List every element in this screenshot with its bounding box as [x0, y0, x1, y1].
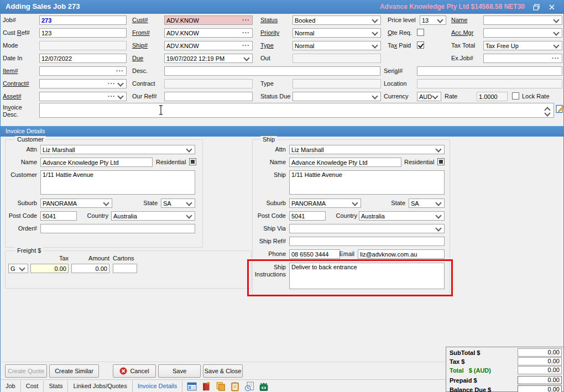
- due-combo[interactable]: 19/07/2022 12:19 PM: [164, 54, 253, 63]
- ship-name-field[interactable]: Advance Knowledge Pty Ltd: [289, 158, 401, 167]
- item-field[interactable]: ···: [39, 66, 127, 76]
- copy-icon[interactable]: [216, 381, 226, 391]
- close-window-icon[interactable]: [548, 3, 556, 11]
- chevron-down-icon[interactable]: [372, 29, 378, 35]
- priority-combo[interactable]: Normal: [293, 28, 381, 38]
- status-combo[interactable]: Booked: [293, 15, 381, 25]
- ship-email-field[interactable]: liz@advknow.com.au: [358, 249, 445, 259]
- ship-via-combo[interactable]: [289, 224, 445, 233]
- clipboard-icon[interactable]: [230, 381, 240, 391]
- ship-acct-field[interactable]: ADV.KNOW···: [164, 41, 253, 50]
- tab-invoice-details[interactable]: Invoice Details: [133, 380, 183, 392]
- chevron-down-icon[interactable]: [435, 146, 441, 152]
- chevron-down-icon[interactable]: [553, 42, 559, 48]
- ship-attn-combo[interactable]: Liz Marshall: [289, 145, 445, 154]
- ship-address-textarea[interactable]: 1/11 Hattie Avenue: [289, 170, 445, 195]
- serial-field[interactable]: [417, 66, 562, 76]
- gift-icon[interactable]: [259, 381, 269, 391]
- ship-instructions-textarea[interactable]: Deliver to back entrance: [289, 263, 445, 289]
- our-ref-field[interactable]: [164, 92, 253, 101]
- asset-combo[interactable]: ···: [39, 92, 127, 101]
- chevron-down-icon[interactable]: [243, 55, 249, 61]
- save-close-button[interactable]: Save & Close: [203, 364, 243, 378]
- customer-post-code-field[interactable]: 5041: [40, 211, 77, 221]
- chevron-down-icon[interactable]: [435, 225, 441, 231]
- ship-country-combo[interactable]: Australia: [359, 211, 445, 221]
- history-icon[interactable]: [244, 381, 254, 391]
- ellipsis-button[interactable]: ···: [242, 29, 250, 37]
- chevron-down-icon[interactable]: [432, 93, 438, 99]
- chevron-down-icon[interactable]: [117, 80, 123, 86]
- ellipsis-button[interactable]: ···: [242, 16, 250, 24]
- chevron-down-icon[interactable]: [186, 200, 192, 206]
- chevron-down-icon[interactable]: [435, 212, 441, 218]
- chevron-down-icon[interactable]: [553, 17, 559, 23]
- ellipsis-button[interactable]: ···: [116, 67, 124, 75]
- job-field[interactable]: 273: [39, 15, 127, 25]
- freight-cartons-field[interactable]: [113, 264, 137, 273]
- cust-field[interactable]: ADV.KNOW···: [164, 15, 253, 25]
- price-level-combo[interactable]: 13: [420, 15, 446, 25]
- desc-field[interactable]: [164, 66, 380, 76]
- customer-order-field[interactable]: [40, 224, 195, 233]
- ellipsis-button[interactable]: ···: [242, 41, 250, 50]
- freight-tax-field[interactable]: 0.00: [30, 264, 69, 273]
- ship-post-code-field[interactable]: 5041: [289, 211, 326, 221]
- customer-residential-checkbox[interactable]: [189, 158, 196, 165]
- tab-stats[interactable]: Stats: [44, 380, 68, 392]
- qte-req-checkbox[interactable]: [417, 29, 424, 36]
- prepaid-field[interactable]: 0.00: [518, 376, 562, 384]
- ship-state-combo[interactable]: SA: [409, 198, 445, 208]
- balance-due-field[interactable]: 0.00: [518, 385, 562, 392]
- tax-paid-checkbox[interactable]: [417, 41, 424, 49]
- customer-state-combo[interactable]: SA: [161, 198, 195, 208]
- chevron-down-icon[interactable]: [117, 93, 123, 99]
- chevron-down-icon[interactable]: [352, 200, 358, 206]
- form-icon[interactable]: [187, 381, 197, 391]
- ellipsis-button[interactable]: ···: [108, 92, 116, 101]
- freight-amount-field[interactable]: 0.00: [71, 264, 109, 273]
- chevron-down-icon[interactable]: [372, 17, 378, 23]
- tab-job[interactable]: Job: [1, 380, 21, 392]
- ellipsis-button[interactable]: ···: [108, 80, 116, 88]
- cancel-button[interactable]: Cancel: [113, 364, 156, 378]
- tax-total-combo[interactable]: Tax Free Up: [483, 41, 562, 50]
- freight-code-combo[interactable]: G: [8, 264, 28, 273]
- tab-cost[interactable]: Cost: [21, 380, 44, 392]
- name-combo[interactable]: [483, 15, 562, 25]
- invoice-desc-field[interactable]: [39, 103, 554, 118]
- contacts-icon[interactable]: [201, 381, 211, 391]
- ship-ref-field[interactable]: [289, 237, 445, 246]
- customer-country-combo[interactable]: Australia: [111, 211, 195, 221]
- chevron-down-icon[interactable]: [186, 146, 192, 152]
- currency-combo[interactable]: AUD: [417, 92, 441, 101]
- chevron-down-icon[interactable]: [437, 17, 443, 23]
- customer-attn-combo[interactable]: Liz Marshall: [40, 145, 195, 154]
- edit-note-icon[interactable]: [555, 104, 564, 114]
- type-combo[interactable]: Normal: [293, 41, 381, 50]
- chevron-down-icon[interactable]: [186, 212, 192, 218]
- ellipsis-button[interactable]: ···: [552, 54, 560, 62]
- customer-name-field[interactable]: Advance Knowledge Pty Ltd: [40, 158, 153, 167]
- cust-ref-field[interactable]: 123: [39, 28, 127, 38]
- chevron-down-icon[interactable]: [435, 200, 441, 206]
- contract-no-combo[interactable]: ···: [39, 79, 127, 88]
- ship-phone-field[interactable]: 08 6550 3444: [289, 249, 340, 259]
- lock-rate-checkbox[interactable]: [512, 92, 519, 100]
- from-field[interactable]: ADV.KNOW···: [164, 28, 253, 38]
- chevron-down-icon[interactable]: [372, 42, 378, 48]
- ex-job-field[interactable]: ···: [483, 54, 562, 63]
- ship-suburb-combo[interactable]: PANORAMA: [289, 198, 361, 208]
- chevron-down-icon[interactable]: [553, 29, 559, 35]
- chevron-down-icon[interactable]: [19, 265, 25, 271]
- status-due-combo[interactable]: [293, 92, 381, 101]
- customer-suburb-combo[interactable]: PANORAMA: [40, 198, 112, 208]
- chevron-down-icon[interactable]: [103, 200, 109, 206]
- customer-address-textarea[interactable]: 1/11 Hattie Avenue: [40, 170, 195, 195]
- create-similar-button[interactable]: Create Similar: [49, 364, 99, 378]
- save-button[interactable]: Save: [158, 364, 201, 378]
- chevron-down-icon[interactable]: [372, 93, 378, 99]
- ship-residential-checkbox[interactable]: [437, 158, 445, 165]
- restore-window-icon[interactable]: [532, 3, 540, 11]
- acc-mgr-combo[interactable]: [483, 28, 562, 38]
